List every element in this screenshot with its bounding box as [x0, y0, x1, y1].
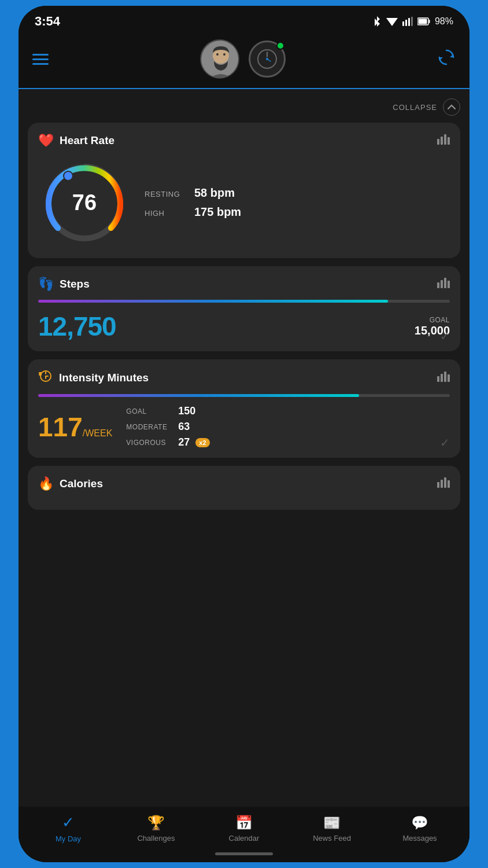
- svg-rect-35: [437, 376, 439, 382]
- intensity-card: Intensity Minutes 117/WEEK: [28, 359, 460, 458]
- svg-rect-18: [437, 139, 439, 145]
- heart-rate-title-group: ❤️ Heart Rate: [38, 133, 114, 148]
- intensity-body: 117/WEEK GOAL 150 MODERATE 63 VIGOROUS 2…: [38, 405, 450, 448]
- calories-chart-button[interactable]: [437, 477, 450, 491]
- intensity-bar-fill: [38, 394, 359, 397]
- svg-rect-7: [428, 20, 430, 23]
- svg-marker-0: [386, 18, 398, 26]
- svg-rect-4: [411, 17, 413, 26]
- svg-rect-37: [444, 372, 446, 382]
- nav-news-feed[interactable]: 📰 News Feed: [312, 815, 352, 843]
- svg-point-23: [64, 171, 73, 181]
- battery-icon: [417, 17, 430, 25]
- steps-chart-button[interactable]: [437, 278, 450, 291]
- sync-button[interactable]: [437, 48, 456, 71]
- news-feed-icon: 📰: [323, 815, 341, 831]
- intensity-title: Intensity Minutes: [59, 372, 149, 384]
- calories-header: 🔥 Calories: [38, 476, 450, 491]
- svg-rect-19: [441, 137, 443, 145]
- high-stat: HIGH 175 bpm: [145, 205, 241, 219]
- bottom-nav: ✓ My Day 🏆 Challenges 📅 Calendar 📰 News …: [19, 807, 469, 848]
- main-content: COLLAPSE ❤️ Heart Rate: [19, 89, 469, 807]
- calories-title-group: 🔥 Calories: [38, 476, 103, 491]
- goal-label: GOAL: [126, 407, 172, 415]
- moderate-row: MODERATE 63: [126, 421, 209, 433]
- intensity-value: 117: [38, 412, 83, 442]
- svg-rect-36: [441, 374, 443, 382]
- nav-my-day[interactable]: ✓ My Day: [48, 814, 88, 843]
- heart-rate-title: Heart Rate: [60, 134, 114, 147]
- resting-stat: RESTING 58 bpm: [145, 186, 241, 200]
- svg-rect-41: [444, 477, 446, 488]
- high-value: 175 bpm: [194, 205, 241, 219]
- goal-row: GOAL 150: [126, 405, 209, 417]
- goal-value: 150: [178, 405, 195, 417]
- svg-rect-21: [448, 137, 450, 145]
- steps-title-group: 👣 Steps: [38, 277, 90, 292]
- status-time: 3:54: [35, 14, 60, 29]
- nav-calendar[interactable]: 📅 Calendar: [224, 815, 264, 843]
- intensity-value-group: 117/WEEK: [38, 411, 112, 443]
- status-bar: 3:54 98%: [19, 6, 469, 34]
- steps-title: Steps: [60, 278, 90, 290]
- moderate-label: MODERATE: [126, 423, 172, 431]
- svg-rect-26: [444, 278, 446, 288]
- svg-rect-3: [408, 18, 410, 26]
- intensity-stats: GOAL 150 MODERATE 63 VIGOROUS 27 x2: [126, 405, 209, 448]
- svg-rect-42: [448, 480, 450, 488]
- calories-card: 🔥 Calories: [28, 466, 460, 510]
- calendar-icon: 📅: [235, 815, 253, 831]
- home-indicator: [19, 848, 469, 862]
- svg-point-11: [223, 53, 225, 56]
- steps-icon: 👣: [38, 277, 54, 292]
- steps-goal-label: GOAL: [415, 316, 450, 324]
- heart-icon: ❤️: [38, 133, 54, 148]
- heart-rate-chart-button[interactable]: [437, 134, 450, 148]
- heart-rate-gauge: 76: [38, 156, 131, 249]
- my-day-icon: ✓: [62, 814, 75, 832]
- steps-header: 👣 Steps: [38, 277, 450, 292]
- high-label: HIGH: [145, 209, 185, 218]
- nav-news-feed-label: News Feed: [313, 834, 351, 843]
- signal-icon: [402, 17, 413, 26]
- resting-value: 58 bpm: [194, 186, 235, 200]
- intensity-progress-bar: [38, 394, 450, 397]
- svg-rect-2: [405, 20, 407, 26]
- resting-label: RESTING: [145, 190, 185, 198]
- svg-rect-25: [441, 280, 443, 288]
- wifi-icon: [386, 17, 398, 26]
- status-icons: 98%: [372, 16, 453, 27]
- user-avatar[interactable]: [200, 39, 239, 79]
- svg-rect-20: [444, 134, 446, 145]
- intensity-checkmark: ✓: [440, 436, 450, 450]
- steps-card: 👣 Steps 12,750 GOAL: [28, 266, 460, 351]
- nav-messages-label: Messages: [402, 834, 437, 843]
- nav-challenges-label: Challenges: [137, 834, 175, 843]
- heart-rate-value: 76: [72, 190, 97, 215]
- collapse-button[interactable]: [443, 98, 460, 116]
- x2-badge: x2: [195, 438, 209, 447]
- heart-rate-card: ❤️ Heart Rate: [28, 123, 460, 258]
- nav-messages[interactable]: 💬 Messages: [400, 815, 440, 843]
- svg-rect-6: [418, 19, 427, 24]
- svg-point-10: [216, 53, 219, 56]
- steps-bar-fill: [38, 300, 388, 303]
- collapse-bar: COLLAPSE: [28, 98, 460, 116]
- collapse-label: COLLAPSE: [393, 103, 437, 112]
- nav-challenges[interactable]: 🏆 Challenges: [136, 815, 176, 843]
- nav-my-day-label: My Day: [56, 834, 81, 843]
- intensity-chart-button[interactable]: [437, 372, 450, 385]
- nav-calendar-label: Calendar: [229, 834, 260, 843]
- svg-rect-40: [441, 480, 443, 488]
- vigorous-row: VIGOROUS 27 x2: [126, 436, 209, 448]
- phone-frame: 3:54 98%: [19, 6, 469, 862]
- intensity-icon: [38, 370, 53, 386]
- vigorous-value: 27: [178, 436, 190, 448]
- watch-button[interactable]: [249, 41, 286, 78]
- header-center: [200, 39, 286, 79]
- svg-line-15: [267, 59, 271, 61]
- intensity-header: Intensity Minutes: [38, 370, 450, 386]
- steps-progress-bar: [38, 300, 450, 303]
- challenges-icon: 🏆: [147, 815, 165, 831]
- menu-button[interactable]: [32, 54, 49, 65]
